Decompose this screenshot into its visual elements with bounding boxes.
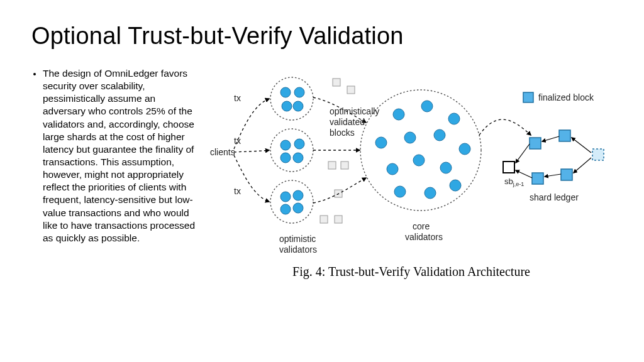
- svg-point-18: [375, 137, 387, 148]
- architecture-diagram: tx tx clients tx optimistically validate…: [210, 67, 613, 256]
- label-core-l1: core: [413, 221, 430, 231]
- svg-point-6: [293, 101, 303, 111]
- svg-point-10: [293, 153, 303, 163]
- svg-point-22: [387, 163, 398, 175]
- svg-rect-35: [530, 138, 541, 149]
- svg-point-0: [270, 77, 313, 120]
- svg-rect-30: [328, 162, 336, 169]
- svg-rect-33: [320, 216, 328, 223]
- label-opt-blocks-l2: validated: [330, 117, 365, 127]
- svg-point-3: [280, 87, 291, 97]
- grey-blocks: [320, 79, 355, 223]
- diagram-column: tx tx clients tx optimistically validate…: [210, 67, 613, 279]
- svg-point-5: [282, 101, 292, 111]
- finalized-block-icon: [523, 92, 533, 102]
- svg-point-1: [270, 129, 313, 172]
- label-opt-val-l1: optimistic: [279, 234, 316, 244]
- label-clients: clients: [210, 147, 235, 157]
- bullet-column: The design of OmniLedger favors security…: [31, 67, 199, 244]
- svg-point-17: [448, 113, 460, 124]
- future-block: [592, 149, 604, 160]
- svg-point-27: [450, 180, 461, 191]
- label-core-l2: validators: [405, 232, 443, 242]
- core-validator-nodes: [375, 101, 470, 199]
- svg-point-9: [280, 153, 291, 163]
- slide-title: Optional Trust-but-Verify Validation: [31, 23, 613, 50]
- bullet-item: The design of OmniLedger favors security…: [43, 67, 199, 244]
- svg-point-16: [421, 101, 433, 112]
- label-finalized: finalized block: [538, 92, 594, 102]
- svg-point-21: [459, 143, 470, 155]
- svg-point-14: [293, 203, 303, 213]
- label-shard-ledger: shard ledger: [530, 192, 579, 202]
- svg-rect-29: [347, 86, 355, 94]
- label-opt-blocks-l1: optimistically: [330, 106, 379, 116]
- svg-point-23: [413, 155, 425, 166]
- label-tx: tx: [234, 186, 241, 196]
- svg-point-15: [393, 109, 404, 120]
- figure-caption: Fig. 4: Trust-but-Verify Validation Arch…: [210, 265, 613, 279]
- svg-point-4: [294, 87, 304, 97]
- svg-rect-38: [561, 169, 572, 180]
- svg-point-7: [280, 140, 291, 150]
- svg-point-2: [270, 180, 313, 223]
- slide: Optional Trust-but-Verify Validation The…: [0, 0, 644, 362]
- svg-rect-28: [333, 79, 340, 86]
- svg-point-25: [394, 186, 406, 197]
- svg-point-19: [404, 132, 416, 143]
- core-to-ledger-arrow: [479, 119, 531, 135]
- svg-rect-31: [341, 162, 348, 169]
- label-opt-val-l2: validators: [279, 244, 317, 255]
- shard-ledger: [503, 130, 604, 184]
- svg-point-26: [425, 187, 436, 199]
- svg-point-11: [280, 192, 291, 202]
- sb-block: [503, 162, 514, 173]
- label-tx: tx: [234, 136, 241, 146]
- svg-point-12: [293, 190, 303, 200]
- label-sb: sbj,e-1: [504, 177, 524, 187]
- svg-point-20: [434, 129, 445, 141]
- svg-rect-36: [532, 173, 543, 184]
- label-opt-blocks-l3: blocks: [330, 128, 355, 138]
- optimistic-validators-group: [270, 77, 313, 223]
- svg-rect-34: [335, 216, 342, 223]
- label-tx: tx: [234, 93, 241, 103]
- svg-point-8: [294, 139, 304, 149]
- svg-point-13: [280, 204, 291, 214]
- svg-point-24: [440, 162, 452, 173]
- svg-rect-37: [559, 130, 570, 141]
- slide-body: The design of OmniLedger favors security…: [31, 67, 613, 279]
